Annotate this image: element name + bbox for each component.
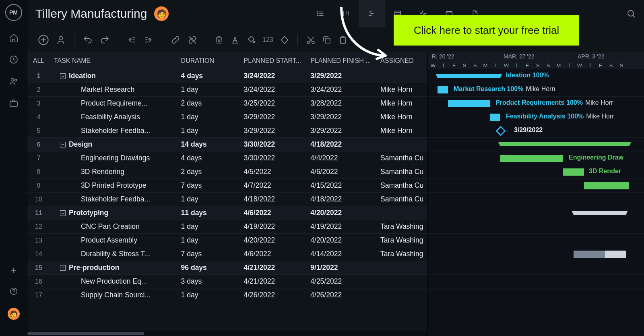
view-list-icon[interactable] bbox=[308, 0, 333, 27]
gantt-row[interactable] bbox=[428, 138, 644, 151]
gantt-chart[interactable]: R, 20 '22MAR, 27 '22APR, 3 '22 WTFSSMTWT… bbox=[428, 52, 644, 336]
table-row[interactable]: 5Stakeholder Feedba...1 day3/29/20223/29… bbox=[27, 124, 427, 138]
cell-finish: 4/15/2022 bbox=[310, 181, 380, 190]
user-avatar-small[interactable]: 🧑 bbox=[8, 308, 20, 320]
app-logo[interactable]: PM bbox=[5, 4, 22, 21]
svg-point-14 bbox=[307, 41, 310, 44]
table-row[interactable]: 93D Printed Prototype7 days4/7/20224/15/… bbox=[27, 179, 427, 193]
gantt-row[interactable] bbox=[428, 193, 644, 206]
col-all[interactable]: ALL bbox=[27, 57, 50, 64]
cell-finish: 4/18/2022 bbox=[310, 140, 380, 149]
col-planned-start[interactable]: PLANNED START... bbox=[244, 57, 310, 64]
gantt-row[interactable] bbox=[428, 220, 644, 234]
collapse-toggle[interactable]: − bbox=[60, 142, 66, 147]
task-name: Supply Chain Sourci... bbox=[81, 291, 151, 299]
col-task-name[interactable]: TASK NAME bbox=[50, 57, 181, 64]
gantt-timeline-header: R, 20 '22MAR, 27 '22APR, 3 '22 WTFSSMTWT… bbox=[428, 52, 644, 69]
table-row[interactable]: 12CNC Part Creation1 day4/19/20224/19/20… bbox=[27, 220, 427, 234]
gantt-row[interactable] bbox=[428, 234, 644, 247]
gantt-summary-bar[interactable] bbox=[500, 142, 629, 146]
gantt-milestone[interactable] bbox=[495, 126, 506, 136]
add-task-icon[interactable] bbox=[38, 34, 49, 46]
collapse-toggle[interactable]: − bbox=[60, 210, 66, 216]
home-icon[interactable] bbox=[9, 33, 19, 43]
gantt-row[interactable] bbox=[428, 247, 644, 261]
add-icon[interactable] bbox=[9, 266, 18, 275]
table-row[interactable]: 4Feasibility Analysis1 day3/29/20223/29/… bbox=[27, 110, 427, 124]
gantt-summary-bar[interactable] bbox=[438, 74, 500, 78]
table-row[interactable]: 3Product Requireme...2 days3/25/20223/28… bbox=[27, 97, 427, 110]
col-duration[interactable]: DURATION bbox=[181, 57, 244, 64]
cell-duration: 1 day bbox=[181, 222, 244, 231]
table-row[interactable]: 10Stakeholder Feedba...1 day4/18/20224/1… bbox=[27, 193, 427, 206]
gantt-row[interactable] bbox=[428, 275, 644, 288]
text-color-icon[interactable] bbox=[230, 35, 240, 45]
milestone-icon[interactable] bbox=[280, 35, 289, 45]
link-icon[interactable] bbox=[170, 35, 181, 45]
help-icon[interactable] bbox=[9, 287, 18, 296]
paste-icon[interactable] bbox=[338, 35, 348, 45]
gantt-row[interactable]: Market Research 100%Mike Horn bbox=[428, 83, 644, 97]
row-number: 14 bbox=[27, 251, 50, 258]
table-row[interactable]: 7Engineering Drawings4 days3/30/20224/4/… bbox=[27, 151, 427, 165]
task-name: Product Assembly bbox=[81, 236, 137, 245]
gantt-row[interactable]: Ideation 100% bbox=[428, 69, 644, 83]
gantt-task-bar[interactable] bbox=[584, 182, 629, 189]
table-row[interactable]: 15−Pre-production96 days4/21/20229/1/202… bbox=[27, 261, 427, 275]
cell-finish: 4/18/2022 bbox=[310, 195, 380, 203]
task-name: Pre-production bbox=[69, 263, 119, 272]
view-gantt-icon[interactable] bbox=[359, 0, 385, 27]
gantt-row[interactable]: Feasibility Analysis 100%Mike Horr bbox=[428, 110, 644, 124]
gantt-task-bar[interactable] bbox=[563, 168, 584, 176]
table-row[interactable]: 16New Production Eq...3 days4/21/20224/2… bbox=[27, 275, 427, 288]
assign-icon[interactable] bbox=[56, 35, 66, 45]
cell-start: 3/25/2022 bbox=[244, 99, 310, 108]
row-number: 2 bbox=[27, 86, 50, 93]
view-board-icon[interactable] bbox=[333, 0, 359, 27]
table-row[interactable]: 2Market Research1 day3/24/20223/24/2022M… bbox=[27, 83, 427, 97]
gantt-row[interactable] bbox=[428, 179, 644, 193]
gantt-task-bar[interactable] bbox=[448, 100, 490, 107]
table-row[interactable]: 6−Design14 days3/30/20224/18/2022 bbox=[27, 138, 427, 151]
col-planned-finish[interactable]: PLANNED FINISH ... bbox=[310, 57, 380, 64]
project-title: Tillery Manufacturing bbox=[35, 7, 147, 21]
gantt-task-bar[interactable] bbox=[500, 155, 563, 162]
cell-duration: 4 days bbox=[181, 154, 244, 162]
indent-icon[interactable] bbox=[143, 35, 154, 45]
search-icon[interactable] bbox=[626, 9, 636, 19]
gantt-row[interactable] bbox=[428, 206, 644, 220]
collapse-toggle[interactable]: − bbox=[60, 73, 66, 79]
gantt-row[interactable]: 3/29/2022 bbox=[428, 124, 644, 138]
gantt-summary-bar[interactable] bbox=[574, 211, 626, 215]
undo-icon[interactable] bbox=[83, 35, 93, 45]
clock-icon[interactable] bbox=[9, 55, 19, 64]
row-number: 11 bbox=[27, 209, 50, 217]
horizontal-scrollbar[interactable] bbox=[27, 331, 427, 336]
gantt-row[interactable]: Product Requirements 100%Mike Horr bbox=[428, 97, 644, 110]
collapse-toggle[interactable]: − bbox=[60, 265, 66, 271]
redo-icon[interactable] bbox=[99, 35, 110, 45]
table-row[interactable]: 11−Prototyping11 days4/6/20224/20/2022 bbox=[27, 206, 427, 220]
table-row[interactable]: 1−Ideation4 days3/24/20223/29/2022 bbox=[27, 69, 427, 83]
gantt-row[interactable]: Engineering Draw bbox=[428, 151, 644, 165]
gantt-task-bar[interactable] bbox=[490, 114, 500, 121]
briefcase-icon[interactable] bbox=[9, 98, 19, 108]
gantt-row[interactable] bbox=[428, 261, 644, 275]
col-assigned[interactable]: ASSIGNED bbox=[380, 57, 427, 64]
delete-icon[interactable] bbox=[214, 35, 224, 45]
gantt-task-bar[interactable] bbox=[438, 86, 448, 93]
gantt-row[interactable]: 3D Render bbox=[428, 165, 644, 179]
outdent-icon[interactable] bbox=[126, 35, 137, 45]
table-row[interactable]: 17Supply Chain Sourci...1 day4/26/20224/… bbox=[27, 288, 427, 302]
free-trial-cta[interactable]: Click here to start your free trial bbox=[394, 15, 579, 46]
project-avatar[interactable]: 🧑 bbox=[154, 6, 169, 21]
table-row[interactable]: 13Product Assembly1 day4/20/20224/20/202… bbox=[27, 234, 427, 247]
fill-color-icon[interactable] bbox=[246, 35, 256, 45]
team-icon[interactable] bbox=[9, 77, 19, 86]
unlink-icon[interactable] bbox=[187, 35, 198, 45]
table-row[interactable]: 83D Rendering2 days4/5/20224/6/2022Saman… bbox=[27, 165, 427, 179]
gantt-row[interactable] bbox=[428, 288, 644, 302]
table-row[interactable]: 14Durability & Stress T...7 days4/6/2022… bbox=[27, 247, 427, 261]
copy-icon[interactable] bbox=[322, 35, 332, 45]
cut-icon[interactable] bbox=[306, 35, 316, 45]
